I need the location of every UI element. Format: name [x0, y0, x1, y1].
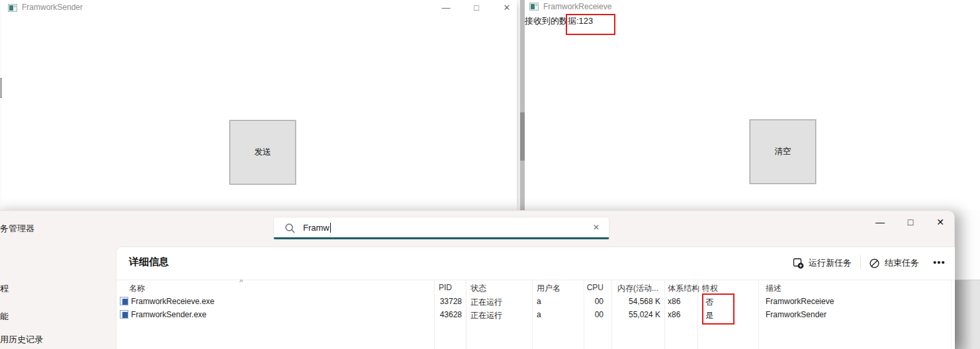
sender-window-title: FramworkSender	[22, 3, 83, 12]
sender-minimize-button[interactable]: —	[439, 1, 453, 14]
table-row[interactable]: FramworkSender.exe 43628 正在运行 a 00 55,02…	[116, 309, 951, 322]
window-edge-scrollbar[interactable]	[520, 0, 525, 210]
column-header-user[interactable]: 用户名	[537, 283, 560, 294]
cell-cpu: 00	[577, 310, 603, 319]
sidebar-item-performance-partial[interactable]: 能	[0, 311, 9, 323]
cell-memory: 55,024 K	[607, 310, 660, 319]
send-button[interactable]: 发送	[230, 120, 296, 184]
text-caret	[330, 223, 331, 233]
task-manager-title-partial: 务管理器	[0, 223, 34, 235]
sender-window: FramworkSender — □ ✕ 发送	[2, 0, 517, 210]
column-header-name[interactable]: 名称	[129, 283, 145, 294]
receiver-app-icon	[529, 3, 539, 11]
table-row[interactable]: FramworkReceieve.exe 33728 正在运行 a 00 54,…	[116, 295, 951, 309]
column-header-status[interactable]: 状态	[470, 283, 486, 294]
taskmgr-close-button[interactable]: ✕	[932, 214, 949, 230]
sidebar-item-processes-partial[interactable]: 程	[0, 283, 9, 295]
sender-app-icon	[8, 4, 17, 12]
cell-status: 正在运行	[470, 310, 502, 321]
annotation-box-privilege-column	[702, 293, 735, 325]
cell-architecture: x86	[668, 310, 680, 319]
cell-name: FramworkSender.exe	[131, 310, 206, 319]
sender-close-button[interactable]: ✕	[500, 1, 514, 14]
details-panel-title: 详细信息	[129, 256, 169, 268]
toolbar-divider	[860, 255, 861, 270]
cell-cpu: 00	[577, 297, 603, 306]
run-new-task-button[interactable]: 运行新任务	[793, 257, 852, 269]
run-new-task-label: 运行新任务	[809, 257, 852, 269]
end-task-label: 结束任务	[885, 257, 919, 269]
sender-maximize-button[interactable]: □	[469, 1, 484, 14]
background-window-shadow	[955, 280, 980, 349]
cell-user: a	[537, 310, 541, 319]
cell-name: FramworkReceieve.exe	[131, 297, 214, 306]
search-icon	[285, 223, 296, 234]
cell-status: 正在运行	[470, 297, 502, 308]
task-manager-search-box[interactable]: Framw ✕	[273, 217, 609, 239]
cell-memory: 54,568 K	[607, 297, 660, 306]
more-options-button[interactable]: •••	[933, 256, 946, 268]
column-header-pid[interactable]: PID	[439, 283, 452, 292]
cell-architecture: x86	[668, 297, 680, 306]
taskmgr-minimize-button[interactable]: —	[871, 214, 889, 230]
search-input-value: Framw	[303, 223, 330, 233]
end-task-button[interactable]: 结束任务	[869, 257, 919, 269]
search-input[interactable]: Framw	[303, 223, 331, 233]
search-clear-icon[interactable]: ✕	[593, 223, 600, 232]
cell-description: FramworkReceieve	[766, 297, 834, 306]
receiver-window: FramworkReceieve 接收到的数据:123 清空	[525, 0, 980, 210]
process-app-icon	[120, 297, 128, 305]
clear-button[interactable]: 清空	[750, 120, 816, 184]
window-edge-scrollbar-thumb[interactable]	[520, 112, 525, 161]
column-header-memory[interactable]: 内存(活动...	[617, 283, 658, 294]
taskmgr-maximize-button[interactable]: □	[902, 214, 919, 230]
receiver-window-title: FramworkReceieve	[543, 2, 611, 11]
column-header-architecture[interactable]: 体系结构	[668, 283, 699, 294]
cell-description: FramworkSender	[766, 310, 826, 319]
cell-user: a	[537, 297, 541, 306]
column-header-privilege[interactable]: 特权	[702, 283, 718, 294]
table-header-row: 名称 PID 状态 用户名 CPU 内存(活动... 体系结构 特权 描述	[116, 280, 951, 293]
column-separator	[951, 280, 952, 349]
column-header-cpu[interactable]: CPU	[577, 283, 603, 292]
annotation-box-received-value	[566, 14, 615, 35]
end-task-icon	[869, 258, 880, 269]
sidebar-item-app-history-partial[interactable]: 用历史记录	[0, 334, 43, 346]
column-header-description[interactable]: 描述	[766, 283, 781, 294]
cell-pid: 43628	[430, 310, 462, 319]
cell-pid: 33728	[430, 297, 462, 306]
run-new-task-icon	[793, 258, 804, 269]
process-app-icon	[120, 310, 128, 319]
screenshot-root: FramworkSender — □ ✕ 发送 FramworkReceieve…	[0, 0, 980, 349]
